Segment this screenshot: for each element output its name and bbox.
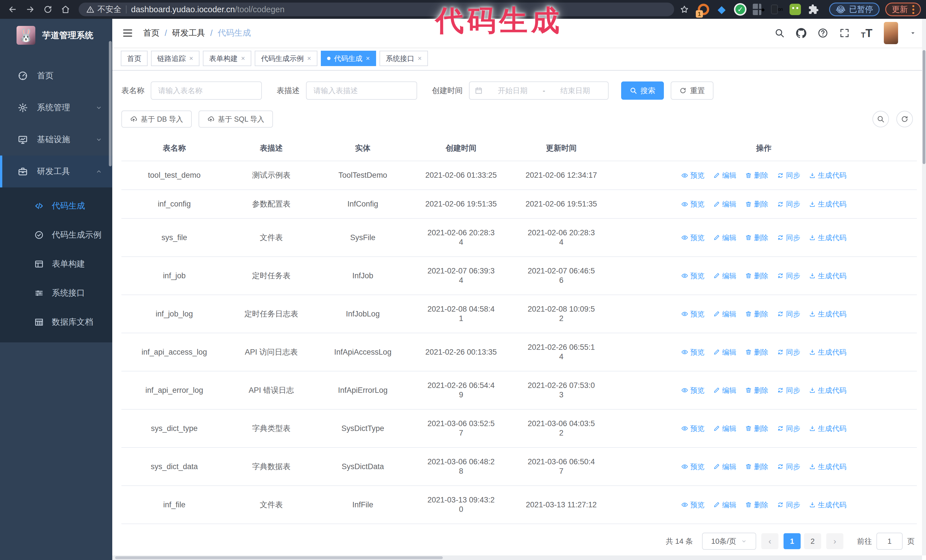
op-edit-link[interactable]: 编辑 xyxy=(713,199,737,209)
op-preview-link[interactable]: 预览 xyxy=(681,462,705,471)
extension-grid-icon[interactable]: ◆ xyxy=(753,3,765,15)
op-edit-link[interactable]: 编辑 xyxy=(713,233,737,242)
op-generate-link[interactable]: 生成代码 xyxy=(809,424,846,433)
op-sync-link[interactable]: 同步 xyxy=(777,233,800,242)
extension-gem-icon[interactable]: ◆ xyxy=(716,3,728,15)
avatar[interactable] xyxy=(884,22,898,44)
vertical-scrollbar-thumb[interactable] xyxy=(923,50,925,164)
back-icon[interactable] xyxy=(5,2,20,17)
fullscreen-icon[interactable] xyxy=(840,28,850,38)
op-delete-link[interactable]: 删除 xyxy=(745,233,769,242)
tab-item-3[interactable]: 代码生成示例× xyxy=(255,51,318,66)
op-preview-link[interactable]: 预览 xyxy=(681,233,705,242)
op-delete-link[interactable]: 删除 xyxy=(745,199,769,209)
vertical-scrollbar[interactable] xyxy=(922,19,926,555)
sidebar-item-devtools[interactable]: 研发工具 xyxy=(0,155,112,187)
refresh-table-button[interactable] xyxy=(896,111,913,127)
op-delete-link[interactable]: 删除 xyxy=(745,309,769,319)
prev-page-button[interactable]: ‹ xyxy=(761,533,778,549)
tab-item-2[interactable]: 表单构建× xyxy=(203,51,251,66)
op-delete-link[interactable]: 删除 xyxy=(745,386,769,395)
close-icon[interactable]: × xyxy=(241,55,245,62)
browser-update-chip[interactable]: 更新 xyxy=(885,3,921,16)
close-icon[interactable]: × xyxy=(418,55,422,62)
extensions-puzzle-icon[interactable] xyxy=(808,3,819,15)
op-sync-link[interactable]: 同步 xyxy=(777,424,800,433)
op-generate-link[interactable]: 生成代码 xyxy=(809,199,846,209)
op-preview-link[interactable]: 预览 xyxy=(681,271,705,281)
help-icon[interactable] xyxy=(818,28,828,38)
op-sync-link[interactable]: 同步 xyxy=(777,347,800,357)
tab-item-5[interactable]: 系统接口× xyxy=(380,51,428,66)
date-range-picker[interactable]: 开始日期 - 结束日期 xyxy=(469,82,608,100)
op-preview-link[interactable]: 预览 xyxy=(681,171,705,180)
breadcrumb-item[interactable]: 研发工具 xyxy=(172,27,205,39)
extension-on-icon[interactable]: on xyxy=(771,3,783,15)
app-logo[interactable]: 🐰 芋道管理系统 xyxy=(0,19,112,52)
op-edit-link[interactable]: 编辑 xyxy=(713,462,737,471)
op-edit-link[interactable]: 编辑 xyxy=(713,424,737,433)
sidebar-item-home[interactable]: 首页 xyxy=(0,60,112,92)
extension-orange-icon[interactable]: 1 xyxy=(698,3,710,15)
close-icon[interactable]: × xyxy=(366,55,370,62)
op-delete-link[interactable]: 删除 xyxy=(745,271,769,281)
op-delete-link[interactable]: 删除 xyxy=(745,500,769,510)
not-secure-warning[interactable]: 不安全 xyxy=(86,4,121,15)
op-sync-link[interactable]: 同步 xyxy=(777,309,800,319)
op-generate-link[interactable]: 生成代码 xyxy=(809,233,846,242)
op-sync-link[interactable]: 同步 xyxy=(777,500,800,510)
breadcrumb-item[interactable]: 首页 xyxy=(143,27,160,39)
op-generate-link[interactable]: 生成代码 xyxy=(809,462,846,471)
op-edit-link[interactable]: 编辑 xyxy=(713,347,737,357)
page-size-select[interactable]: 10条/页 xyxy=(702,533,756,550)
sidebar-item-infra[interactable]: 基础设施 xyxy=(0,124,112,155)
op-edit-link[interactable]: 编辑 xyxy=(713,500,737,510)
table-desc-input[interactable] xyxy=(306,82,417,100)
next-page-button[interactable]: › xyxy=(826,533,843,549)
op-delete-link[interactable]: 删除 xyxy=(745,347,769,357)
page-button-2[interactable]: 2 xyxy=(804,533,821,549)
search-button[interactable]: 搜索 xyxy=(621,82,664,100)
extension-bot-icon[interactable] xyxy=(789,3,801,15)
op-generate-link[interactable]: 生成代码 xyxy=(809,271,846,281)
op-generate-link[interactable]: 生成代码 xyxy=(809,386,846,395)
bookmark-star-icon[interactable] xyxy=(680,5,689,14)
tab-item-4[interactable]: 代码生成× xyxy=(321,51,376,66)
extension-check-icon[interactable]: ✓ xyxy=(734,3,746,16)
browser-menu-kebab-icon[interactable] xyxy=(912,5,914,14)
op-preview-link[interactable]: 预览 xyxy=(681,500,705,510)
op-delete-link[interactable]: 删除 xyxy=(745,462,769,471)
op-sync-link[interactable]: 同步 xyxy=(777,171,800,180)
op-sync-link[interactable]: 同步 xyxy=(777,386,800,395)
sidebar-scrollbar[interactable] xyxy=(109,41,112,166)
home-icon[interactable] xyxy=(58,2,73,17)
op-preview-link[interactable]: 预览 xyxy=(681,424,705,433)
sidebar-subitem-codegen-example[interactable]: 代码生成示例 xyxy=(0,220,112,249)
import-sql-button[interactable]: 基于 SQL 导入 xyxy=(198,110,273,128)
sidebar-item-system[interactable]: 系统管理 xyxy=(0,92,112,124)
reload-icon[interactable] xyxy=(41,2,55,17)
sidebar-subitem-system-api[interactable]: 系统接口 xyxy=(0,279,112,308)
sidebar-subitem-form-builder[interactable]: 表单构建 xyxy=(0,249,112,279)
close-icon[interactable]: × xyxy=(307,55,311,62)
op-preview-link[interactable]: 预览 xyxy=(681,199,705,209)
address-bar[interactable]: 不安全 dashboard.yudao.iocoder.cn/tool/code… xyxy=(79,3,674,16)
op-preview-link[interactable]: 预览 xyxy=(681,386,705,395)
hamburger-icon[interactable] xyxy=(122,27,133,39)
op-preview-link[interactable]: 预览 xyxy=(681,347,705,357)
import-db-button[interactable]: 基于 DB 导入 xyxy=(121,110,192,128)
table-name-input[interactable] xyxy=(151,82,262,100)
chevron-down-icon[interactable] xyxy=(909,30,916,36)
forward-icon[interactable] xyxy=(23,2,38,17)
op-generate-link[interactable]: 生成代码 xyxy=(809,309,846,319)
sidebar-subitem-db-doc[interactable]: 数据库文档 xyxy=(0,308,112,337)
op-preview-link[interactable]: 预览 xyxy=(681,309,705,319)
op-sync-link[interactable]: 同步 xyxy=(777,271,800,281)
op-edit-link[interactable]: 编辑 xyxy=(713,309,737,319)
op-sync-link[interactable]: 同步 xyxy=(777,462,800,471)
op-edit-link[interactable]: 编辑 xyxy=(713,171,737,180)
horizontal-scrollbar-thumb[interactable] xyxy=(115,556,443,559)
reset-button[interactable]: 重置 xyxy=(671,82,713,100)
profile-paused-chip[interactable]: 😂 已暂停 xyxy=(829,3,879,16)
horizontal-scrollbar[interactable] xyxy=(112,555,922,560)
